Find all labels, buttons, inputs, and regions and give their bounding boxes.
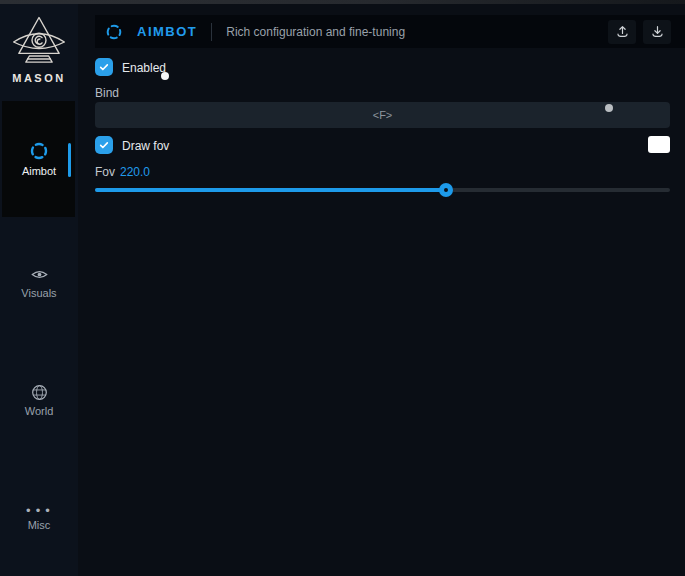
page-title: AIMBOT	[137, 24, 197, 39]
enabled-label: Enabled	[122, 61, 166, 75]
draw-fov-checkbox[interactable]	[95, 136, 113, 154]
sidebar-item-misc[interactable]: • • • Misc	[0, 496, 78, 542]
window-top-strip	[0, 0, 685, 4]
logo-label: MASON	[12, 72, 65, 84]
checkmark-icon	[98, 139, 110, 151]
page-subtitle: Rich configuration and fine-tuning	[226, 25, 405, 39]
draw-fov-label: Draw fov	[122, 139, 169, 153]
gray-cursor-dot	[605, 104, 613, 112]
mason-pyramid-eye-icon	[11, 14, 67, 70]
mason-logo: MASON	[0, 14, 78, 84]
sidebar-item-label: Aimbot	[22, 165, 56, 177]
sidebar-item-world[interactable]: World	[0, 377, 78, 423]
fov-value: 220.0	[120, 165, 150, 179]
sidebar-item-label: World	[25, 405, 54, 417]
upload-icon	[615, 24, 630, 39]
sidebar-item-aimbot[interactable]: Aimbot	[0, 129, 78, 189]
sidebar: MASON Aimbot Visuals World	[0, 4, 78, 576]
sidebar-item-label: Misc	[28, 519, 51, 531]
eye-icon	[31, 266, 48, 283]
enabled-checkbox[interactable]	[95, 58, 113, 76]
fov-slider[interactable]	[95, 188, 670, 192]
crosshair-icon	[105, 23, 123, 41]
ellipsis-icon: • • •	[26, 507, 52, 515]
fov-slider-thumb[interactable]	[439, 183, 453, 197]
sidebar-item-label: Visuals	[21, 287, 56, 299]
mason-app-window: MASON Aimbot Visuals World	[0, 0, 685, 576]
cursor-dot	[161, 72, 169, 80]
crosshair-icon	[29, 141, 49, 161]
bind-label: Bind	[95, 86, 119, 100]
fov-label: Fov	[95, 165, 115, 179]
bind-key-input[interactable]	[95, 102, 670, 128]
checkmark-icon	[98, 61, 110, 73]
upload-config-button[interactable]	[608, 20, 636, 44]
fov-slider-fill	[95, 188, 446, 192]
fov-value-row: Fov220.0	[95, 165, 150, 179]
header-divider	[211, 23, 212, 41]
download-icon	[650, 24, 665, 39]
sidebar-item-visuals[interactable]: Visuals	[0, 259, 78, 305]
globe-icon	[31, 384, 48, 401]
fov-color-swatch[interactable]	[648, 136, 670, 153]
section-header: AIMBOT Rich configuration and fine-tunin…	[95, 15, 685, 48]
download-config-button[interactable]	[643, 20, 671, 44]
header-actions	[608, 20, 671, 44]
